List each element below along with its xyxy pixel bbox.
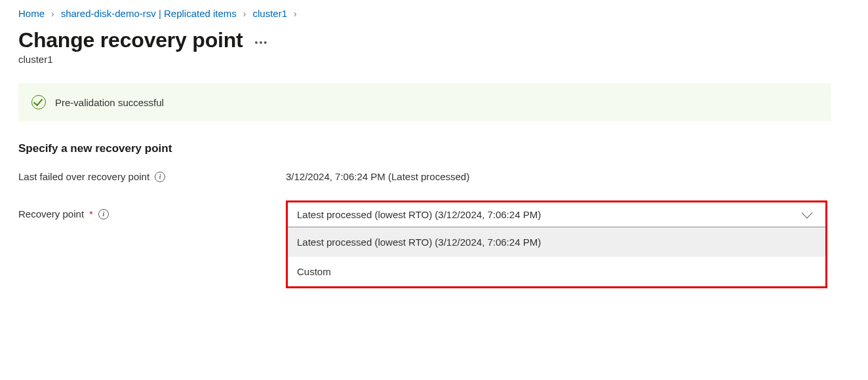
info-icon[interactable]: i (98, 209, 109, 219)
recovery-point-dropdown: Latest processed (lowest RTO) (3/12/2024… (286, 200, 827, 288)
selected-value: Latest processed (lowest RTO) (3/12/2024… (297, 209, 541, 220)
success-check-icon (31, 95, 46, 109)
breadcrumb-cluster[interactable]: cluster1 (253, 8, 288, 19)
option-custom[interactable]: Custom (288, 257, 825, 286)
validation-message: Pre-validation successful (55, 97, 164, 108)
breadcrumb-replicated-items[interactable]: shared-disk-demo-rsv | Replicated items (61, 8, 237, 19)
breadcrumb-home[interactable]: Home (18, 8, 45, 19)
page-subtitle: cluster1 (18, 54, 850, 65)
option-latest-processed[interactable]: Latest processed (lowest RTO) (3/12/2024… (288, 227, 825, 257)
last-failed-over-value: 3/12/2024, 7:06:24 PM (Latest processed) (286, 171, 469, 182)
page-title: Change recovery point (18, 28, 243, 52)
breadcrumb: Home › shared-disk-demo-rsv | Replicated… (18, 8, 850, 19)
validation-notice: Pre-validation successful (18, 83, 831, 121)
last-failed-over-label: Last failed over recovery point (18, 171, 149, 182)
required-asterisk: * (89, 208, 93, 219)
chevron-right-icon: › (294, 9, 297, 19)
more-actions-button[interactable]: ••• (255, 33, 269, 48)
recovery-point-select[interactable]: Latest processed (lowest RTO) (3/12/2024… (288, 202, 825, 227)
recovery-point-label: Recovery point (18, 208, 84, 219)
chevron-right-icon: › (243, 9, 247, 19)
chevron-right-icon: › (51, 9, 54, 19)
info-icon[interactable]: i (155, 172, 165, 182)
section-heading: Specify a new recovery point (18, 142, 850, 155)
chevron-down-icon (802, 207, 813, 218)
